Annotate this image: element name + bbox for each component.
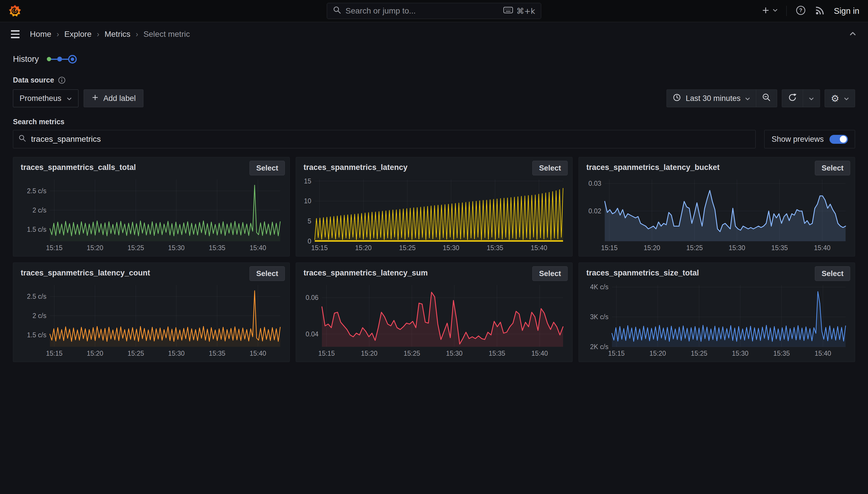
svg-text:0.06: 0.06 bbox=[305, 294, 318, 301]
svg-text:2 c/s: 2 c/s bbox=[33, 207, 46, 214]
svg-text:15:15: 15:15 bbox=[601, 244, 618, 252]
grafana-logo[interactable] bbox=[8, 5, 21, 17]
svg-text:0.03: 0.03 bbox=[588, 180, 601, 187]
breadcrumb-explore[interactable]: Explore bbox=[64, 30, 92, 39]
metric-panel: traces_spanmetrics_latency Select 15:151… bbox=[296, 157, 573, 256]
refresh-group bbox=[782, 90, 820, 107]
history-step-current-icon[interactable] bbox=[68, 55, 77, 63]
plus-icon bbox=[92, 94, 99, 103]
panel-title: traces_spanmetrics_latency bbox=[301, 161, 408, 172]
select-metric-button[interactable]: Select bbox=[250, 266, 285, 281]
metric-panel: traces_spanmetrics_size_total Select 15:… bbox=[578, 263, 855, 362]
svg-text:2 c/s: 2 c/s bbox=[33, 312, 46, 320]
time-range-group: Last 30 minutes bbox=[667, 90, 777, 107]
search-metrics-label: Search metrics bbox=[13, 118, 855, 126]
topnav-search[interactable]: Search or jump to... ⌘+k bbox=[327, 3, 541, 19]
settings-group: ⚙ bbox=[825, 90, 855, 107]
metric-panel: traces_spanmetrics_calls_total Select 15… bbox=[13, 157, 290, 256]
show-previews-toggle[interactable] bbox=[829, 135, 848, 144]
sign-in-button[interactable]: Sign in bbox=[834, 6, 860, 16]
svg-text:15:40: 15:40 bbox=[531, 244, 547, 252]
timeseries-chart: 15:1515:2015:2515:3015:3515:401.5 c/s2 c… bbox=[18, 282, 285, 359]
svg-text:0: 0 bbox=[308, 238, 311, 245]
svg-text:3K c/s: 3K c/s bbox=[590, 313, 609, 321]
history-step-start-icon[interactable] bbox=[47, 57, 51, 61]
select-metric-button[interactable]: Select bbox=[815, 161, 850, 175]
breadcrumb-metrics[interactable]: Metrics bbox=[105, 30, 131, 39]
breadcrumb-separator: › bbox=[57, 30, 59, 39]
timeseries-chart: 15:1515:2015:2515:3015:3515:401.5 c/s2 c… bbox=[18, 176, 285, 254]
history-timeline[interactable] bbox=[47, 55, 77, 63]
news-button[interactable] bbox=[815, 5, 825, 17]
svg-text:1.5 c/s: 1.5 c/s bbox=[27, 226, 46, 233]
settings-button[interactable]: ⚙ bbox=[825, 90, 855, 107]
svg-text:2.5 c/s: 2.5 c/s bbox=[27, 293, 46, 300]
svg-text:15:30: 15:30 bbox=[443, 244, 459, 252]
datasource-picker[interactable]: Prometheus bbox=[13, 90, 78, 107]
timeseries-chart: 15:1515:2015:2515:3015:3515:400.020.03 bbox=[584, 176, 850, 254]
chevron-down-icon bbox=[844, 94, 849, 103]
top-nav: Search or jump to... ⌘+k ? bbox=[0, 0, 868, 22]
svg-text:5: 5 bbox=[308, 217, 311, 225]
svg-text:15:30: 15:30 bbox=[446, 350, 463, 357]
svg-text:15:15: 15:15 bbox=[46, 350, 63, 357]
svg-text:15:25: 15:25 bbox=[399, 244, 416, 252]
zoom-out-button[interactable] bbox=[756, 90, 777, 107]
panel-title: traces_spanmetrics_latency_count bbox=[18, 266, 150, 278]
svg-text:2.5 c/s: 2.5 c/s bbox=[27, 187, 46, 195]
select-metric-button[interactable]: Select bbox=[532, 266, 568, 281]
svg-text:0.04: 0.04 bbox=[305, 330, 318, 338]
datasource-value: Prometheus bbox=[20, 94, 61, 103]
svg-text:15:20: 15:20 bbox=[87, 350, 103, 357]
datasource-label-row: Data source bbox=[13, 76, 855, 84]
select-metric-button[interactable]: Select bbox=[815, 266, 850, 281]
chevron-down-icon bbox=[773, 8, 778, 14]
svg-text:15:35: 15:35 bbox=[209, 350, 225, 357]
news-rss-icon bbox=[815, 5, 825, 17]
breadcrumb-separator: › bbox=[136, 30, 138, 39]
info-icon[interactable] bbox=[58, 76, 65, 84]
breadcrumb-select-metric: Select metric bbox=[143, 30, 190, 39]
svg-text:15:20: 15:20 bbox=[361, 350, 378, 357]
svg-text:2K c/s: 2K c/s bbox=[590, 343, 609, 350]
topnav-search-placeholder: Search or jump to... bbox=[346, 6, 416, 16]
search-metrics-input[interactable]: traces_spanmetrics bbox=[13, 130, 756, 148]
controls-row: Prometheus Add label Last 30 minutes bbox=[13, 90, 855, 107]
svg-text:15:20: 15:20 bbox=[355, 244, 372, 252]
timeseries-chart: 15:1515:2015:2515:3015:3515:402K c/s3K c… bbox=[584, 282, 850, 359]
svg-text:15:35: 15:35 bbox=[487, 244, 503, 252]
metric-panels-grid: traces_spanmetrics_calls_total Select 15… bbox=[13, 157, 855, 362]
refresh-button[interactable] bbox=[782, 90, 803, 107]
history-label: History bbox=[13, 54, 39, 64]
select-metric-button[interactable]: Select bbox=[250, 161, 285, 175]
breadcrumb-bar: Home › Explore › Metrics › Select metric bbox=[0, 22, 868, 46]
svg-text:15:15: 15:15 bbox=[46, 244, 63, 252]
help-button[interactable]: ? bbox=[795, 5, 806, 17]
timeseries-chart: 15:1515:2015:2515:3015:3515:40051015 bbox=[301, 176, 568, 254]
new-menu-button[interactable] bbox=[761, 6, 778, 16]
metric-panel: traces_spanmetrics_latency_bucket Select… bbox=[578, 157, 855, 256]
svg-text:15:15: 15:15 bbox=[318, 350, 335, 357]
select-metric-button[interactable]: Select bbox=[532, 161, 568, 175]
history-step-icon[interactable] bbox=[57, 57, 62, 61]
search-row: traces_spanmetrics Show previews bbox=[13, 130, 855, 148]
svg-text:15:35: 15:35 bbox=[771, 244, 788, 252]
svg-text:15:35: 15:35 bbox=[489, 350, 505, 357]
breadcrumb-home[interactable]: Home bbox=[30, 30, 52, 39]
menu-toggle-button[interactable] bbox=[9, 28, 21, 40]
svg-text:15:20: 15:20 bbox=[650, 350, 666, 357]
shortcut-hint: ⌘+k bbox=[516, 6, 535, 16]
time-range-picker[interactable]: Last 30 minutes bbox=[667, 90, 756, 107]
show-previews-label: Show previews bbox=[771, 135, 824, 144]
collapse-button[interactable] bbox=[847, 30, 859, 39]
svg-text:15:30: 15:30 bbox=[168, 244, 185, 252]
svg-text:15:40: 15:40 bbox=[250, 244, 266, 252]
svg-text:15:25: 15:25 bbox=[691, 350, 707, 357]
panel-title: traces_spanmetrics_latency_sum bbox=[301, 266, 428, 278]
add-label-button[interactable]: Add label bbox=[84, 90, 144, 107]
nav-divider bbox=[786, 6, 787, 16]
refresh-interval-dropdown[interactable] bbox=[803, 90, 820, 107]
history-connector bbox=[62, 59, 68, 60]
plus-icon bbox=[761, 6, 770, 16]
svg-text:?: ? bbox=[799, 7, 803, 13]
